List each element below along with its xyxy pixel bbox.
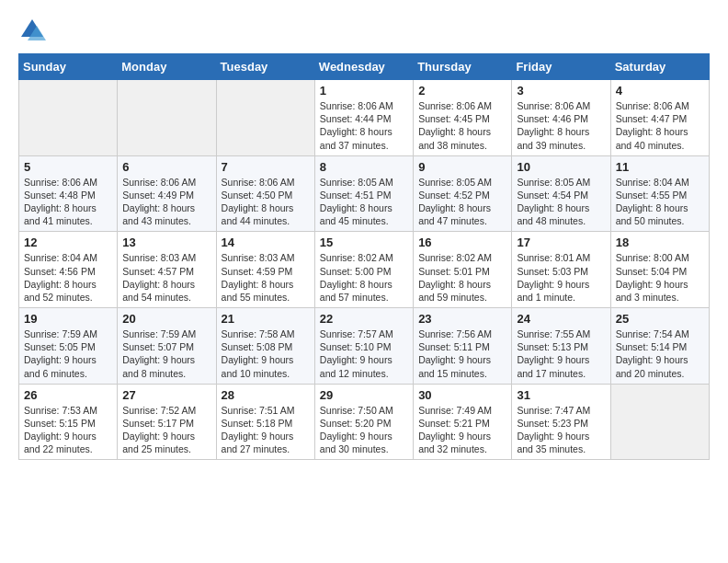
day-number: 3 <box>517 84 605 98</box>
day-info: Sunrise: 7:59 AM Sunset: 5:05 PM Dayligh… <box>24 327 112 380</box>
calendar-cell: 4Sunrise: 8:06 AM Sunset: 4:47 PM Daylig… <box>610 80 709 156</box>
day-info: Sunrise: 8:06 AM Sunset: 4:50 PM Dayligh… <box>222 176 310 228</box>
day-number: 6 <box>122 160 210 174</box>
calendar-week: 12Sunrise: 8:04 AM Sunset: 4:56 PM Dayli… <box>19 232 710 308</box>
calendar: SundayMondayTuesdayWednesdayThursdayFrid… <box>18 53 710 460</box>
calendar-cell: 26Sunrise: 7:53 AM Sunset: 5:15 PM Dayli… <box>19 384 118 460</box>
day-number: 8 <box>320 160 408 174</box>
day-number: 14 <box>222 236 310 249</box>
calendar-cell: 30Sunrise: 7:49 AM Sunset: 5:21 PM Dayli… <box>414 384 512 460</box>
day-info: Sunrise: 8:06 AM Sunset: 4:44 PM Dayligh… <box>320 99 408 152</box>
calendar-week: 1Sunrise: 8:06 AM Sunset: 4:44 PM Daylig… <box>19 80 710 156</box>
calendar-cell: 5Sunrise: 8:06 AM Sunset: 4:48 PM Daylig… <box>19 155 118 232</box>
day-info: Sunrise: 8:02 AM Sunset: 5:00 PM Dayligh… <box>320 251 408 304</box>
calendar-cell: 19Sunrise: 7:59 AM Sunset: 5:05 PM Dayli… <box>19 308 118 385</box>
calendar-cell: 24Sunrise: 7:55 AM Sunset: 5:13 PM Dayli… <box>512 308 610 385</box>
day-number: 22 <box>320 312 408 326</box>
calendar-week: 26Sunrise: 7:53 AM Sunset: 5:15 PM Dayli… <box>19 384 710 460</box>
weekday-row: SundayMondayTuesdayWednesdayThursdayFrid… <box>19 54 710 80</box>
calendar-cell <box>610 384 709 460</box>
day-number: 20 <box>122 312 210 326</box>
calendar-cell: 6Sunrise: 8:06 AM Sunset: 4:49 PM Daylig… <box>118 155 216 232</box>
calendar-cell: 23Sunrise: 7:56 AM Sunset: 5:11 PM Dayli… <box>414 308 512 385</box>
day-number: 19 <box>24 312 112 326</box>
day-info: Sunrise: 8:05 AM Sunset: 4:52 PM Dayligh… <box>418 176 506 228</box>
day-number: 16 <box>418 236 506 249</box>
calendar-cell: 3Sunrise: 8:06 AM Sunset: 4:46 PM Daylig… <box>512 80 610 156</box>
day-info: Sunrise: 8:06 AM Sunset: 4:47 PM Dayligh… <box>616 99 704 152</box>
calendar-cell: 2Sunrise: 8:06 AM Sunset: 4:45 PM Daylig… <box>414 80 512 156</box>
weekday-header: Sunday <box>19 54 118 80</box>
day-info: Sunrise: 8:03 AM Sunset: 4:57 PM Dayligh… <box>122 251 210 304</box>
day-number: 25 <box>616 312 704 326</box>
day-info: Sunrise: 8:05 AM Sunset: 4:51 PM Dayligh… <box>320 176 408 228</box>
calendar-cell: 16Sunrise: 8:02 AM Sunset: 5:01 PM Dayli… <box>414 232 512 308</box>
calendar-cell <box>216 80 314 156</box>
calendar-cell: 12Sunrise: 8:04 AM Sunset: 4:56 PM Dayli… <box>19 232 118 308</box>
calendar-cell: 22Sunrise: 7:57 AM Sunset: 5:10 PM Dayli… <box>314 308 413 385</box>
calendar-cell: 15Sunrise: 8:02 AM Sunset: 5:00 PM Dayli… <box>314 232 413 308</box>
day-info: Sunrise: 8:00 AM Sunset: 5:04 PM Dayligh… <box>616 251 704 304</box>
calendar-cell: 21Sunrise: 7:58 AM Sunset: 5:08 PM Dayli… <box>216 308 314 385</box>
day-info: Sunrise: 7:50 AM Sunset: 5:20 PM Dayligh… <box>320 404 408 456</box>
day-number: 24 <box>517 312 605 326</box>
calendar-cell: 31Sunrise: 7:47 AM Sunset: 5:23 PM Dayli… <box>512 384 610 460</box>
weekday-header: Thursday <box>414 54 512 80</box>
day-info: Sunrise: 7:59 AM Sunset: 5:07 PM Dayligh… <box>122 327 210 380</box>
weekday-header: Friday <box>512 54 610 80</box>
calendar-cell: 25Sunrise: 7:54 AM Sunset: 5:14 PM Dayli… <box>610 308 709 385</box>
day-number: 30 <box>418 388 506 402</box>
day-info: Sunrise: 7:52 AM Sunset: 5:17 PM Dayligh… <box>122 404 210 456</box>
day-number: 26 <box>24 388 112 402</box>
day-number: 23 <box>418 312 506 326</box>
calendar-cell <box>19 80 118 156</box>
day-info: Sunrise: 7:53 AM Sunset: 5:15 PM Dayligh… <box>24 404 112 456</box>
calendar-week: 19Sunrise: 7:59 AM Sunset: 5:05 PM Dayli… <box>19 308 710 385</box>
calendar-cell: 20Sunrise: 7:59 AM Sunset: 5:07 PM Dayli… <box>118 308 216 385</box>
calendar-cell: 28Sunrise: 7:51 AM Sunset: 5:18 PM Dayli… <box>216 384 314 460</box>
calendar-cell: 17Sunrise: 8:01 AM Sunset: 5:03 PM Dayli… <box>512 232 610 308</box>
day-number: 11 <box>616 160 704 174</box>
calendar-cell: 9Sunrise: 8:05 AM Sunset: 4:52 PM Daylig… <box>414 155 512 232</box>
day-info: Sunrise: 8:01 AM Sunset: 5:03 PM Dayligh… <box>517 251 605 304</box>
calendar-week: 5Sunrise: 8:06 AM Sunset: 4:48 PM Daylig… <box>19 155 710 232</box>
day-info: Sunrise: 7:51 AM Sunset: 5:18 PM Dayligh… <box>222 404 310 456</box>
day-number: 7 <box>222 160 310 174</box>
day-number: 18 <box>616 236 704 249</box>
calendar-cell: 27Sunrise: 7:52 AM Sunset: 5:17 PM Dayli… <box>118 384 216 460</box>
calendar-cell: 14Sunrise: 8:03 AM Sunset: 4:59 PM Dayli… <box>216 232 314 308</box>
day-number: 4 <box>616 84 704 98</box>
calendar-cell: 11Sunrise: 8:04 AM Sunset: 4:55 PM Dayli… <box>610 155 709 232</box>
day-info: Sunrise: 8:04 AM Sunset: 4:55 PM Dayligh… <box>616 176 704 228</box>
day-info: Sunrise: 8:06 AM Sunset: 4:49 PM Dayligh… <box>122 176 210 228</box>
day-number: 21 <box>222 312 310 326</box>
day-info: Sunrise: 7:57 AM Sunset: 5:10 PM Dayligh… <box>320 327 408 380</box>
calendar-cell <box>118 80 216 156</box>
day-info: Sunrise: 7:54 AM Sunset: 5:14 PM Dayligh… <box>616 327 704 380</box>
day-number: 10 <box>517 160 605 174</box>
day-number: 9 <box>418 160 506 174</box>
weekday-header: Monday <box>118 54 216 80</box>
calendar-cell: 8Sunrise: 8:05 AM Sunset: 4:51 PM Daylig… <box>314 155 413 232</box>
day-number: 15 <box>320 236 408 249</box>
day-info: Sunrise: 7:58 AM Sunset: 5:08 PM Dayligh… <box>222 327 310 380</box>
calendar-cell: 18Sunrise: 8:00 AM Sunset: 5:04 PM Dayli… <box>610 232 709 308</box>
day-info: Sunrise: 8:02 AM Sunset: 5:01 PM Dayligh… <box>418 251 506 304</box>
day-info: Sunrise: 8:05 AM Sunset: 4:54 PM Dayligh… <box>517 176 605 228</box>
weekday-header: Saturday <box>610 54 709 80</box>
calendar-cell: 7Sunrise: 8:06 AM Sunset: 4:50 PM Daylig… <box>216 155 314 232</box>
day-info: Sunrise: 8:03 AM Sunset: 4:59 PM Dayligh… <box>222 251 310 304</box>
day-info: Sunrise: 8:06 AM Sunset: 4:45 PM Dayligh… <box>418 99 506 152</box>
day-number: 13 <box>122 236 210 249</box>
day-number: 17 <box>517 236 605 249</box>
day-info: Sunrise: 7:47 AM Sunset: 5:23 PM Dayligh… <box>517 404 605 456</box>
weekday-header: Tuesday <box>216 54 314 80</box>
calendar-cell: 29Sunrise: 7:50 AM Sunset: 5:20 PM Dayli… <box>314 384 413 460</box>
day-info: Sunrise: 8:06 AM Sunset: 4:48 PM Dayligh… <box>24 176 112 228</box>
day-info: Sunrise: 8:04 AM Sunset: 4:56 PM Dayligh… <box>24 251 112 304</box>
day-number: 29 <box>320 388 408 402</box>
day-number: 12 <box>24 236 112 249</box>
day-number: 27 <box>122 388 210 402</box>
day-number: 2 <box>418 84 506 98</box>
day-number: 1 <box>320 84 408 98</box>
